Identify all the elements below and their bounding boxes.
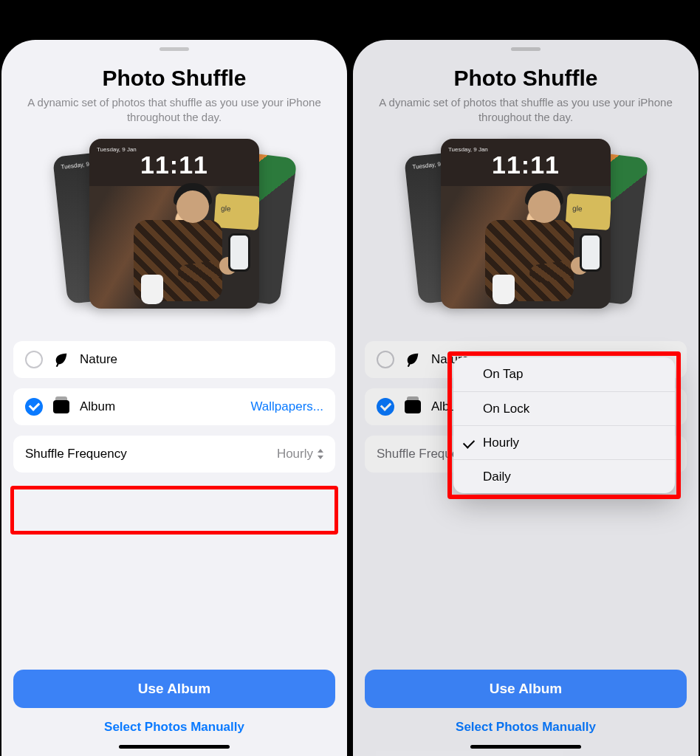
left-screenshot: Photo Shuffle A dynamic set of photos th…: [0, 0, 349, 756]
use-album-button[interactable]: Use Album: [13, 670, 335, 708]
radio-checked-icon: [377, 398, 394, 416]
sheet-grabber[interactable]: [511, 47, 541, 51]
wallpaper-preview: Tuesday, 9 Jan 11:11 Tuesday, 9 Jan 11:1…: [430, 139, 622, 322]
album-icon: [405, 400, 421, 413]
source-option-list: Nature Album Wallpapers... Shuffle Frequ…: [13, 341, 335, 472]
wallpaper-preview: Tuesday, 9 Jan 11:11 Tuesday, 9 Jan 11:1…: [78, 139, 270, 322]
option-nature[interactable]: Nature: [13, 341, 335, 378]
use-album-button[interactable]: Use Album: [365, 670, 687, 708]
frequency-option-hourly[interactable]: Hourly: [453, 425, 675, 459]
radio-unchecked-icon: [25, 351, 43, 368]
leaf-icon: [405, 351, 421, 368]
footer: Use Album Select Photos Manually: [1, 670, 347, 756]
frequency-option-daily[interactable]: Daily: [453, 459, 675, 493]
option-album-value[interactable]: Wallpapers...: [250, 399, 323, 414]
radio-checked-icon: [25, 398, 43, 416]
frequency-option-on-tap[interactable]: On Tap: [453, 357, 675, 391]
frequency-option-on-lock[interactable]: On Lock: [453, 391, 675, 425]
screenshot-pair: Photo Shuffle A dynamic set of photos th…: [0, 0, 700, 756]
home-indicator[interactable]: [470, 745, 581, 749]
right-screenshot: Photo Shuffle A dynamic set of photos th…: [351, 0, 700, 756]
chevron-updown-icon: [316, 449, 323, 459]
shuffle-frequency-menu: On Tap On Lock Hourly Daily: [453, 357, 675, 493]
footer: Use Album Select Photos Manually: [353, 670, 699, 756]
option-album[interactable]: Album Wallpapers...: [13, 388, 335, 425]
annotation-highlight: [10, 486, 338, 535]
wallpaper-tile-center: Tuesday, 9 Jan 11:11: [89, 139, 259, 309]
shuffle-frequency-label: Shuffle Frequency: [25, 447, 267, 461]
photo-shuffle-sheet: Photo Shuffle A dynamic set of photos th…: [1, 40, 347, 756]
page-subtitle: A dynamic set of photos that shuffle as …: [1, 91, 347, 126]
option-nature-label: Nature: [80, 352, 323, 367]
leaf-icon: [53, 351, 69, 368]
wallpaper-tile-center: Tuesday, 9 Jan 11:11: [441, 139, 611, 309]
shuffle-frequency-row[interactable]: Shuffle Frequency Hourly: [13, 436, 335, 472]
select-photos-manually-button[interactable]: Select Photos Manually: [13, 708, 335, 740]
photo-shuffle-sheet: Photo Shuffle A dynamic set of photos th…: [353, 40, 699, 756]
album-icon: [53, 400, 69, 413]
page-title: Photo Shuffle: [353, 66, 699, 91]
select-photos-manually-button[interactable]: Select Photos Manually: [365, 708, 687, 740]
sheet-grabber[interactable]: [159, 47, 189, 51]
shuffle-frequency-value: Hourly: [277, 447, 323, 461]
radio-unchecked-icon: [377, 351, 394, 368]
option-album-label: Album: [80, 399, 240, 414]
home-indicator[interactable]: [119, 745, 230, 749]
page-title: Photo Shuffle: [1, 66, 347, 91]
page-subtitle: A dynamic set of photos that shuffle as …: [353, 91, 699, 126]
